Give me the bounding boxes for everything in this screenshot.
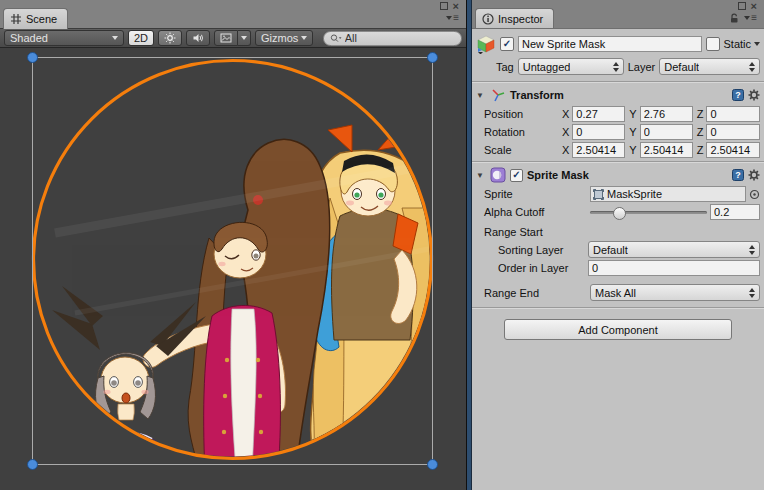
close-icon[interactable]: × (453, 2, 459, 10)
updown-arrows-icon (613, 62, 619, 72)
alpha-cutoff-value-field[interactable] (710, 204, 760, 220)
scene-tab-label: Scene (26, 13, 57, 25)
range-end-dropdown[interactable]: Mask All (590, 284, 760, 301)
shading-mode-label: Shaded (10, 32, 48, 44)
scene-window-controls: × ≡ (428, 1, 463, 24)
gameobject-cube-icon[interactable] (476, 34, 496, 54)
2d-label: 2D (134, 32, 148, 44)
order-in-layer-field[interactable] (588, 260, 760, 276)
inspector-panel: Inspector × ≡ (472, 0, 764, 490)
position-z-field[interactable] (706, 106, 760, 122)
help-icon[interactable]: ? (732, 89, 744, 101)
scene-audio-button[interactable] (186, 30, 210, 46)
slider-thumb[interactable] (613, 207, 626, 220)
gameobject-active-checkbox[interactable]: ✓ (500, 37, 514, 51)
rotation-z-field[interactable] (706, 124, 760, 140)
alpha-cutoff-slider[interactable] (590, 205, 707, 219)
character-gray (52, 286, 206, 490)
scale-row: Scale X Y Z (472, 141, 764, 159)
tag-layer-row: Tag Untagged Layer Default (472, 56, 764, 79)
shading-mode-dropdown[interactable]: Shaded (4, 30, 124, 46)
static-checkbox[interactable] (706, 37, 720, 51)
image-icon (220, 32, 232, 44)
add-component-button[interactable]: Add Component (504, 319, 732, 340)
rotation-row: Rotation X Y Z (472, 123, 764, 141)
unity-editor-window: Scene × ≡ Shaded 2D (0, 0, 764, 490)
sprite-mask-header[interactable]: ▼ ✓ Sprite Mask ? (472, 164, 764, 185)
chevron-down-icon (112, 36, 118, 40)
lock-icon[interactable] (730, 13, 739, 23)
static-toggle[interactable]: Static (706, 37, 760, 51)
scene-effects-dropdown[interactable] (238, 30, 251, 46)
range-end-row: Range End Mask All (472, 283, 764, 302)
sprite-thumbnail-icon (593, 189, 604, 200)
position-y-field[interactable] (640, 106, 693, 122)
scene-search-field[interactable] (323, 31, 462, 46)
scale-z-field[interactable] (706, 142, 760, 158)
maximize-icon[interactable] (738, 2, 746, 10)
gear-icon[interactable] (748, 169, 760, 181)
alpha-cutoff-row: Alpha Cutoff (472, 203, 764, 221)
tab-inspector[interactable]: Inspector (475, 8, 554, 29)
scale-x-field[interactable] (572, 142, 625, 158)
updown-arrows-icon (749, 245, 755, 255)
foldout-icon[interactable]: ▼ (476, 171, 486, 180)
separator (472, 161, 764, 162)
position-row: Position X Y Z (472, 105, 764, 123)
sprite-row: Sprite MaskSprite (472, 185, 764, 203)
tag-label: Tag (496, 61, 514, 73)
sorting-layer-label: Sorting Layer (484, 244, 584, 256)
help-icon[interactable]: ? (732, 169, 744, 181)
range-start-label: Range Start (472, 221, 764, 240)
tab-scene[interactable]: Scene (3, 8, 68, 29)
scene-lighting-button[interactable] (158, 30, 182, 46)
panel-menu-icon[interactable]: ≡ (744, 13, 757, 23)
separator (472, 307, 764, 308)
sorting-layer-dropdown[interactable]: Default (588, 241, 760, 258)
layer-label: Layer (628, 61, 656, 73)
axis-x-label: X (562, 126, 569, 138)
grid-icon (10, 13, 22, 25)
chevron-down-icon (301, 36, 307, 40)
scene-viewport[interactable] (0, 48, 466, 490)
gear-icon[interactable] (748, 89, 760, 101)
order-in-layer-row: Order in Layer (472, 259, 764, 277)
gizmos-dropdown[interactable]: Gizmos (255, 30, 313, 46)
scene-search-input[interactable] (345, 32, 455, 44)
gameobject-header: ✓ Static (472, 29, 764, 56)
2d-toggle-button[interactable]: 2D (128, 30, 154, 46)
panel-menu-icon[interactable]: ≡ (446, 13, 459, 23)
selection-handle-top-left[interactable] (28, 53, 38, 63)
tag-dropdown[interactable]: Untagged (518, 58, 624, 75)
slider-track (590, 211, 707, 214)
scene-effects-button[interactable] (214, 30, 238, 46)
transform-title: Transform (510, 89, 564, 101)
scale-label: Scale (484, 144, 558, 156)
selection-handle-top-right[interactable] (428, 53, 438, 63)
inspector-tab-label: Inspector (498, 13, 543, 25)
speaker-icon (192, 32, 204, 44)
transform-header[interactable]: ▼ Transform ? (472, 84, 764, 105)
selection-handle-bottom-left[interactable] (28, 460, 38, 470)
chevron-down-icon[interactable] (754, 42, 760, 46)
gameobject-name-field[interactable] (518, 36, 702, 52)
sprite-object-field[interactable]: MaskSprite (590, 186, 746, 202)
masked-sprite-art (52, 125, 452, 490)
position-x-field[interactable] (572, 106, 625, 122)
inspector-tabstrip: Inspector × ≡ (472, 0, 764, 28)
scale-y-field[interactable] (640, 142, 693, 158)
selection-handle-bottom-right[interactable] (428, 460, 438, 470)
rotation-label: Rotation (484, 126, 558, 138)
close-icon[interactable]: × (751, 2, 757, 10)
rotation-y-field[interactable] (640, 124, 693, 140)
scene-tabstrip: Scene × ≡ (0, 0, 466, 28)
object-picker-icon[interactable] (749, 189, 760, 200)
layer-dropdown[interactable]: Default (659, 58, 760, 75)
axis-x-label: X (562, 108, 569, 120)
maximize-icon[interactable] (440, 2, 448, 10)
sprite-mask-enabled-checkbox[interactable]: ✓ (510, 169, 523, 182)
rotation-x-field[interactable] (572, 124, 625, 140)
foldout-icon[interactable]: ▼ (476, 91, 486, 100)
inspector-window-controls: × ≡ (718, 1, 761, 24)
sprite-value: MaskSprite (607, 188, 662, 200)
